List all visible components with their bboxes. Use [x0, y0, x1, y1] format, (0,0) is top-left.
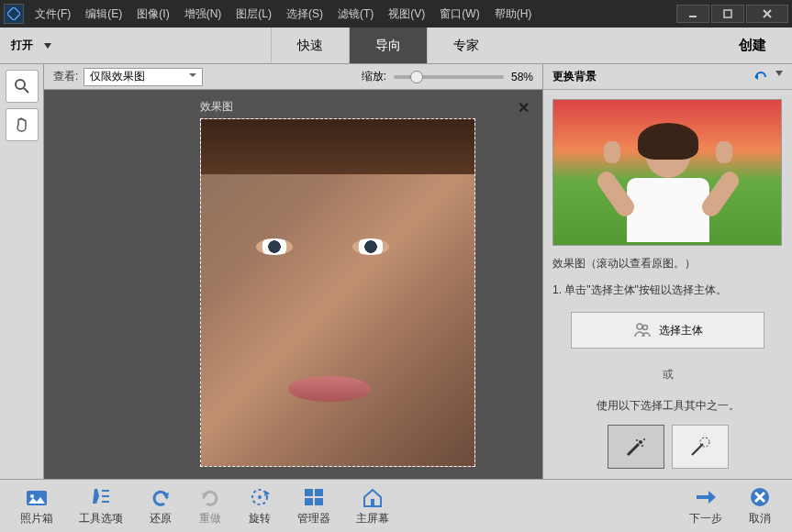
panel-body: 效果图（滚动以查看原图。） 1. 单击"选择主体"按钮以选择主体。 选择主体 或… — [543, 90, 792, 478]
svg-rect-33 — [371, 499, 374, 506]
canvas-area: 效果图 ✕ — [44, 90, 542, 479]
svg-marker-5 — [44, 43, 51, 49]
svg-rect-31 — [305, 498, 313, 505]
next-button[interactable]: 下一步 — [676, 485, 735, 526]
svg-rect-30 — [315, 489, 323, 496]
tab-expert[interactable]: 专家 — [427, 28, 505, 63]
menu-bar: 文件(F) 编辑(E) 图像(I) 增强(N) 图层(L) 选择(S) 滤镜(T… — [35, 6, 676, 22]
undo-icon[interactable] — [753, 71, 768, 83]
menu-image[interactable]: 图像(I) — [137, 6, 169, 22]
tab-quick[interactable]: 快速 — [271, 28, 349, 63]
menu-enhance[interactable]: 增强(N) — [184, 6, 222, 22]
canvas-image[interactable] — [200, 118, 475, 467]
zoom-tool[interactable] — [6, 70, 39, 103]
svg-line-7 — [24, 88, 28, 93]
svg-rect-29 — [305, 489, 313, 496]
close-button[interactable] — [746, 5, 788, 23]
photo-bin-button[interactable]: 照片箱 — [7, 485, 66, 526]
svg-line-12 — [628, 444, 639, 455]
hand-tool[interactable] — [6, 108, 39, 141]
undo-button[interactable]: 还原 — [136, 485, 185, 526]
redo-button[interactable]: 重做 — [185, 485, 235, 526]
quick-selection-tool[interactable] — [608, 425, 664, 469]
or-text: 或 — [552, 367, 783, 382]
minimize-button[interactable] — [676, 5, 709, 23]
chevron-down-icon — [44, 43, 51, 49]
people-icon — [633, 322, 652, 338]
view-mode-select[interactable]: 仅限效果图 — [84, 68, 203, 86]
app-icon — [4, 4, 24, 24]
svg-point-13 — [639, 440, 642, 444]
svg-rect-0 — [7, 7, 20, 20]
right-panel: 更换背景 效果图（滚动以查看原图。） 1. 单击"选择主体"按钮以选择主体。 选… — [542, 64, 792, 479]
svg-point-10 — [637, 324, 642, 329]
canvas-panel: 查看: 仅限效果图 缩放: 58% 效果图 ✕ — [44, 64, 542, 479]
svg-line-17 — [692, 444, 703, 455]
selection-tools — [552, 425, 783, 469]
panel-header: 更换背景 — [543, 64, 792, 90]
zoom-label: 缩放: — [362, 69, 386, 84]
toolbar: 打开 快速 导向 专家 创建 — [0, 28, 792, 64]
tab-guided[interactable]: 导向 — [349, 28, 427, 63]
svg-point-20 — [30, 494, 34, 498]
content-area: 查看: 仅限效果图 缩放: 58% 效果图 ✕ 更换背景 — [0, 64, 792, 479]
svg-point-15 — [641, 445, 643, 447]
svg-point-27 — [258, 495, 262, 499]
svg-marker-9 — [775, 71, 783, 76]
zoom-slider[interactable] — [394, 75, 504, 79]
menu-filter[interactable]: 滤镜(T) — [338, 6, 374, 22]
cancel-button[interactable]: 取消 — [735, 485, 785, 526]
tool-options-button[interactable]: 工具选项 — [66, 485, 136, 526]
rotate-button[interactable]: 旋转 — [235, 485, 284, 526]
open-button[interactable]: 打开 — [11, 38, 51, 53]
menu-file[interactable]: 文件(F) — [35, 6, 71, 22]
svg-marker-35 — [708, 491, 716, 504]
alt-hint: 使用以下选择工具其中之一。 — [552, 397, 783, 415]
view-bar: 查看: 仅限效果图 缩放: 58% — [44, 64, 542, 90]
menu-help[interactable]: 帮助(H) — [495, 6, 532, 22]
home-button[interactable]: 主屏幕 — [343, 485, 402, 526]
canvas-close-icon[interactable]: ✕ — [518, 99, 530, 116]
bottom-bar: 照片箱 工具选项 还原 重做 旋转 管理器 主屏幕 下一步 取消 — [0, 479, 792, 532]
svg-rect-32 — [315, 498, 323, 505]
menu-edit[interactable]: 编辑(E) — [85, 6, 122, 22]
canvas-title: 效果图 — [200, 99, 515, 115]
svg-point-11 — [642, 326, 647, 330]
svg-point-14 — [643, 438, 645, 440]
menu-select[interactable]: 选择(S) — [286, 6, 323, 22]
svg-point-16 — [636, 439, 638, 441]
menu-layer[interactable]: 图层(L) — [236, 6, 272, 22]
menu-view[interactable]: 视图(V) — [388, 6, 425, 22]
zoom-controls: 缩放: 58% — [362, 69, 533, 84]
preview-hint: 效果图（滚动以查看原图。） — [552, 255, 783, 272]
svg-point-6 — [16, 80, 25, 89]
window-controls — [676, 5, 788, 23]
select-subject-button[interactable]: 选择主体 — [571, 312, 764, 349]
create-button[interactable]: 创建 — [724, 37, 781, 54]
maximize-button[interactable] — [711, 5, 744, 23]
titlebar: 文件(F) 编辑(E) 图像(I) 增强(N) 图层(L) 选择(S) 滤镜(T… — [0, 0, 792, 28]
menu-window[interactable]: 窗口(W) — [440, 6, 479, 22]
magic-wand-tool[interactable] — [672, 425, 729, 469]
organizer-button[interactable]: 管理器 — [284, 485, 343, 526]
left-toolbar — [0, 64, 44, 479]
mode-tabs: 快速 导向 专家 — [271, 28, 505, 63]
chevron-down-icon[interactable] — [775, 71, 783, 76]
zoom-slider-thumb[interactable] — [410, 71, 423, 83]
step-1-text: 1. 单击"选择主体"按钮以选择主体。 — [552, 282, 783, 299]
view-label: 查看: — [53, 69, 78, 84]
svg-rect-2 — [724, 10, 731, 17]
preview-image[interactable] — [552, 99, 782, 246]
zoom-value: 58% — [511, 71, 533, 83]
